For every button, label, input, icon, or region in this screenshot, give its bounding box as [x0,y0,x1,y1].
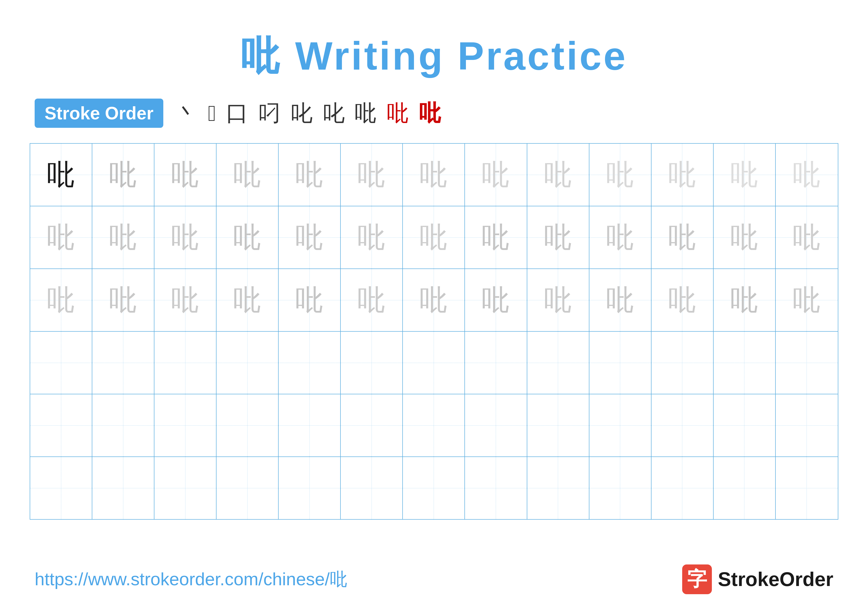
grid-cell-4-10[interactable] [651,332,714,394]
grid-cell-2-7[interactable]: 吡 [465,206,527,269]
grid-cell-2-4[interactable]: 吡 [279,206,341,269]
grid-cell-4-4[interactable] [279,332,341,394]
grid-cell-6-11[interactable] [714,457,776,519]
grid-cell-6-12[interactable] [776,457,838,519]
grid-cell-3-5[interactable]: 吡 [341,269,403,331]
char-display: 吡 [419,155,448,194]
grid-cell-1-1[interactable]: 吡 [92,144,154,206]
grid-cell-2-11[interactable]: 吡 [714,206,776,269]
grid-row-6 [30,457,838,519]
grid-cell-6-2[interactable] [154,457,217,519]
char-display: 吡 [171,218,200,256]
grid-cell-4-7[interactable] [465,332,527,394]
char-display: 吡 [233,218,262,256]
char-display: 吡 [295,218,324,256]
grid-cell-3-10[interactable]: 吡 [651,269,714,331]
grid-cell-4-1[interactable] [92,332,154,394]
grid-cell-5-10[interactable] [651,394,714,457]
grid-cell-1-7[interactable]: 吡 [465,144,527,206]
grid-cell-3-1[interactable]: 吡 [92,269,154,331]
grid-cell-4-11[interactable] [714,332,776,394]
grid-cell-4-0[interactable] [30,332,92,394]
char-display: 吡 [544,218,572,256]
grid-cell-1-12[interactable]: 吡 [776,144,838,206]
grid-cell-2-3[interactable]: 吡 [217,206,279,269]
grid-cell-2-6[interactable]: 吡 [403,206,465,269]
grid-cell-5-2[interactable] [154,394,217,457]
grid-cell-4-12[interactable] [776,332,838,394]
grid-cell-3-0[interactable]: 吡 [30,269,92,331]
grid-cell-4-2[interactable] [154,332,217,394]
grid-cell-6-8[interactable] [527,457,589,519]
grid-cell-1-8[interactable]: 吡 [527,144,589,206]
grid-cell-3-2[interactable]: 吡 [154,269,217,331]
grid-cell-5-9[interactable] [589,394,651,457]
grid-cell-1-2[interactable]: 吡 [154,144,217,206]
grid-cell-2-0[interactable]: 吡 [30,206,92,269]
grid-cell-5-5[interactable] [341,394,403,457]
grid-cell-3-9[interactable]: 吡 [589,269,651,331]
char-display: 吡 [47,281,75,319]
char-display: 吡 [544,281,572,319]
grid-cell-2-8[interactable]: 吡 [527,206,589,269]
grid-cell-2-9[interactable]: 吡 [589,206,651,269]
char-display: 吡 [482,155,510,194]
grid-cell-4-5[interactable] [341,332,403,394]
grid-cell-3-11[interactable]: 吡 [714,269,776,331]
grid-cell-5-3[interactable] [217,394,279,457]
grid-cell-5-8[interactable] [527,394,589,457]
grid-cell-4-6[interactable] [403,332,465,394]
grid-cell-4-9[interactable] [589,332,651,394]
grid-cell-3-6[interactable]: 吡 [403,269,465,331]
stroke-step-1: 丶 [176,98,198,128]
char-display: 吡 [482,218,510,256]
grid-cell-6-5[interactable] [341,457,403,519]
grid-cell-3-4[interactable]: 吡 [279,269,341,331]
grid-cell-6-9[interactable] [589,457,651,519]
grid-cell-2-2[interactable]: 吡 [154,206,217,269]
grid-cell-5-4[interactable] [279,394,341,457]
grid-cell-5-12[interactable] [776,394,838,457]
grid-cell-3-12[interactable]: 吡 [776,269,838,331]
char-display: 吡 [730,281,759,319]
char-display: 吡 [419,218,448,256]
grid-cell-6-7[interactable] [465,457,527,519]
stroke-step-2: 𠃊 [208,101,216,126]
grid-cell-5-7[interactable] [465,394,527,457]
grid-cell-1-3[interactable]: 吡 [217,144,279,206]
grid-cell-6-4[interactable] [279,457,341,519]
grid-cell-1-5[interactable]: 吡 [341,144,403,206]
grid-cell-6-6[interactable] [403,457,465,519]
char-display: 吡 [606,155,634,194]
grid-cell-1-0[interactable]: 吡 [30,144,92,206]
stroke-step-7: 吡 [355,98,377,128]
grid-cell-4-3[interactable] [217,332,279,394]
grid-cell-3-7[interactable]: 吡 [465,269,527,331]
grid-cell-5-1[interactable] [92,394,154,457]
grid-cell-5-6[interactable] [403,394,465,457]
char-display: 吡 [171,281,200,319]
grid-cell-1-4[interactable]: 吡 [279,144,341,206]
grid-cell-6-0[interactable] [30,457,92,519]
grid-cell-6-10[interactable] [651,457,714,519]
char-display: 吡 [668,218,696,256]
grid-cell-1-9[interactable]: 吡 [589,144,651,206]
grid-cell-6-3[interactable] [217,457,279,519]
grid-cell-2-12[interactable]: 吡 [776,206,838,269]
grid-cell-3-8[interactable]: 吡 [527,269,589,331]
grid-cell-2-5[interactable]: 吡 [341,206,403,269]
grid-cell-1-6[interactable]: 吡 [403,144,465,206]
grid-cell-1-11[interactable]: 吡 [714,144,776,206]
char-display: 吡 [295,155,324,194]
grid-cell-2-10[interactable]: 吡 [651,206,714,269]
char-display: 吡 [171,155,200,194]
grid-cell-5-0[interactable] [30,394,92,457]
grid-cell-5-11[interactable] [714,394,776,457]
grid-cell-2-1[interactable]: 吡 [92,206,154,269]
grid-cell-6-1[interactable] [92,457,154,519]
grid-cell-4-8[interactable] [527,332,589,394]
grid-cell-1-10[interactable]: 吡 [651,144,714,206]
grid-cell-3-3[interactable]: 吡 [217,269,279,331]
title-character: 吡 [240,34,295,78]
footer-url[interactable]: https://www.strokeorder.com/chinese/吡 [35,567,348,591]
